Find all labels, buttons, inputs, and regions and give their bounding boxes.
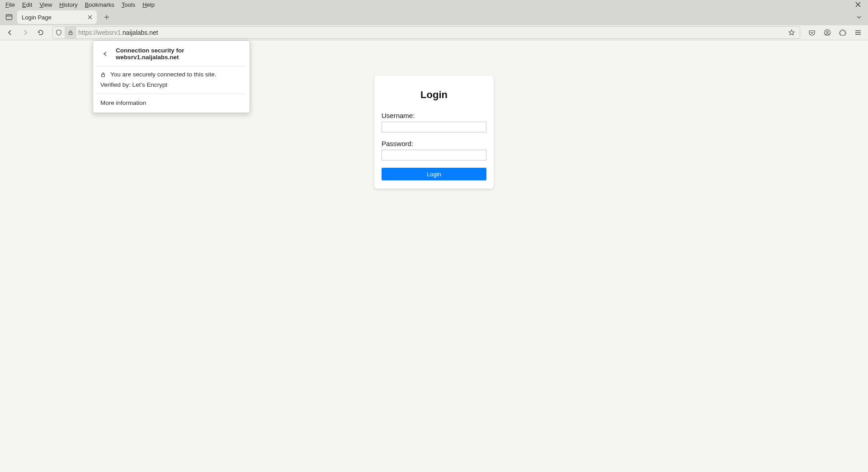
menubar: File Edit View History Bookmarks Tools H…: [0, 0, 868, 9]
bookmark-star-button[interactable]: [785, 27, 798, 38]
login-title: Login: [382, 89, 486, 101]
tabs-list-button[interactable]: [853, 11, 865, 24]
popover-verified-text: Verified by: Let's Encrypt: [97, 79, 246, 94]
security-popover: Connection security for websrv1.naijalab…: [93, 40, 250, 113]
menu-edit[interactable]: Edit: [19, 0, 36, 9]
popover-title: Connection security for websrv1.naijalab…: [116, 47, 242, 61]
username-label: Username:: [382, 112, 486, 119]
menu-help[interactable]: Help: [139, 0, 158, 9]
menu-file[interactable]: File: [2, 0, 19, 9]
menu-history[interactable]: History: [56, 0, 81, 9]
pocket-button[interactable]: [806, 26, 818, 39]
tab-history-button[interactable]: [3, 11, 15, 24]
back-button[interactable]: [4, 26, 16, 39]
username-input[interactable]: [382, 122, 486, 132]
menu-view[interactable]: View: [36, 0, 56, 9]
url-domain: naijalabs.net: [123, 29, 158, 36]
toolbar: https://websrv1.naijalabs.net: [0, 25, 868, 40]
password-input[interactable]: [382, 150, 486, 160]
menu-tools[interactable]: Tools: [118, 0, 139, 9]
menu-bookmarks[interactable]: Bookmarks: [81, 0, 118, 9]
svg-point-4: [826, 31, 828, 33]
popover-secure-text: You are securely connected to this site.: [110, 71, 216, 78]
login-button[interactable]: Login: [382, 168, 486, 180]
page-content: Connection security for websrv1.naijalab…: [0, 40, 868, 472]
login-card: Login Username: Password: Login: [374, 76, 494, 189]
tab-close-button[interactable]: [88, 15, 92, 19]
popover-back-button[interactable]: [100, 49, 110, 59]
svg-rect-2: [69, 33, 72, 35]
svg-rect-0: [6, 15, 12, 20]
popover-lock-icon: [100, 72, 106, 77]
tabstrip: Login Page: [0, 9, 868, 25]
addressbar[interactable]: https://websrv1.naijalabs.net: [52, 26, 800, 39]
url-protocol: https://: [78, 29, 97, 36]
window-close-button[interactable]: [855, 2, 866, 7]
forward-button[interactable]: [19, 26, 32, 39]
password-label: Password:: [382, 140, 486, 147]
url-subdomain: websrv1.: [97, 29, 123, 36]
app-menu-button[interactable]: [852, 26, 864, 39]
account-button[interactable]: [821, 26, 834, 39]
reload-button[interactable]: [34, 26, 47, 39]
new-tab-button[interactable]: [100, 11, 113, 24]
extensions-button[interactable]: [836, 26, 849, 39]
popover-more-info[interactable]: More information: [93, 94, 250, 108]
tab-active[interactable]: Login Page: [17, 10, 97, 24]
tab-title: Login Page: [22, 14, 83, 21]
shield-icon[interactable]: [53, 27, 65, 38]
svg-rect-5: [102, 74, 105, 76]
lock-icon[interactable]: [65, 27, 76, 38]
url-display: https://websrv1.naijalabs.net: [76, 29, 785, 36]
